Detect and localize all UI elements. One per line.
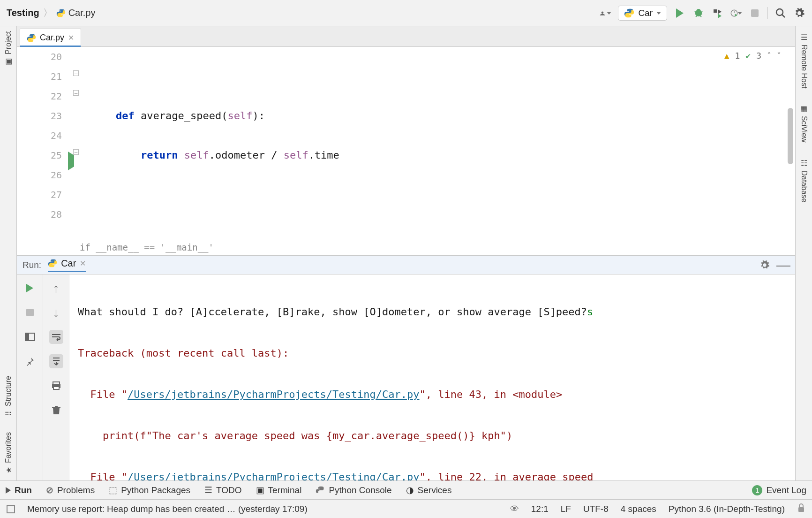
structure-tool-button[interactable]: ⠿ Structure: [4, 376, 13, 418]
editor-scrollbar[interactable]: [788, 108, 793, 164]
editor-tab-label: Car.py: [40, 33, 64, 43]
encoding[interactable]: UTF-8: [583, 504, 609, 514]
indent[interactable]: 4 spaces: [621, 504, 656, 514]
left-tool-rail: ▣ Project ⠿ Structure ★ Favorites: [0, 26, 17, 480]
chevron-down-icon: [656, 12, 661, 15]
run-tool-window: Run: Car ✕ —: [17, 255, 795, 480]
status-message[interactable]: Memory use report: Heap dump has been cr…: [27, 504, 498, 514]
run-tab-car[interactable]: Car ✕: [48, 258, 86, 272]
run-button[interactable]: [674, 7, 686, 19]
caret-position[interactable]: 12:1: [531, 504, 549, 514]
status-bar: Memory use report: Heap dump has been cr…: [0, 499, 812, 518]
remote-host-tool-button[interactable]: ☰ Remote Host: [799, 33, 808, 88]
editor-tab-car[interactable]: Car.py ✕: [20, 29, 81, 46]
down-button[interactable]: ↓: [49, 305, 63, 320]
coverage-run-button[interactable]: [711, 7, 723, 19]
svg-point-1: [61, 15, 62, 16]
python-icon: [48, 259, 57, 268]
fold-marker-icon[interactable]: –: [73, 149, 79, 155]
run-right-toolbar: ↑ ↓: [43, 274, 69, 480]
lock-icon[interactable]: [797, 503, 805, 515]
problems-icon: ⊘: [46, 485, 53, 495]
navbar-right: Car: [599, 6, 805, 21]
fold-column[interactable]: – – –: [73, 47, 80, 255]
python-icon: [316, 486, 325, 495]
line-ending[interactable]: LF: [561, 504, 571, 514]
tool-python-console[interactable]: Python Console: [316, 485, 391, 495]
tool-windows-icon[interactable]: [7, 505, 15, 513]
chevron-up-icon[interactable]: ˄: [767, 51, 771, 61]
python-file-icon: [56, 8, 66, 18]
favorites-tool-button[interactable]: ★ Favorites: [4, 432, 13, 475]
run-configuration-selector[interactable]: Car: [618, 6, 667, 21]
editor-inspection-status[interactable]: ▲1 ✔3 ˄ ˅: [724, 51, 781, 61]
layout-button[interactable]: [23, 330, 37, 344]
remote-host-icon: ☰: [799, 33, 808, 42]
database-icon: ☷: [799, 159, 808, 168]
traceback-link[interactable]: /Users/jetbrains/PycharmProjects/Testing…: [128, 471, 420, 480]
breadcrumb[interactable]: Testing 〉 Car.py: [7, 7, 95, 19]
terminal-icon: ▣: [256, 485, 264, 495]
print-button[interactable]: [49, 379, 63, 393]
search-everywhere-button[interactable]: [774, 7, 787, 19]
folder-icon: ▣: [4, 58, 13, 65]
hide-button[interactable]: —: [777, 259, 789, 271]
soft-wrap-button[interactable]: [49, 330, 63, 344]
breadcrumb-project[interactable]: Testing: [7, 8, 39, 18]
event-count-badge: 1: [752, 485, 762, 495]
run-left-toolbar: [17, 274, 43, 480]
close-icon[interactable]: ✕: [68, 33, 74, 42]
console-output[interactable]: What should I do? [A]ccelerate, [B]rake,…: [69, 274, 795, 480]
fold-marker-icon[interactable]: –: [73, 90, 79, 96]
user-icon[interactable]: [599, 7, 611, 19]
separator: [767, 7, 768, 19]
scroll-to-end-button[interactable]: [49, 354, 63, 368]
context-breadcrumb[interactable]: if __name__ == '__main__': [80, 240, 214, 255]
warning-icon: ▲: [724, 51, 729, 61]
run-settings-button[interactable]: [759, 259, 771, 271]
check-icon: ✔: [745, 51, 751, 61]
python-file-icon: [27, 33, 36, 43]
services-icon: ◑: [406, 485, 414, 495]
star-icon: ★: [4, 467, 13, 474]
tool-python-packages[interactable]: ⬚Python Packages: [109, 485, 190, 495]
code-area[interactable]: def average_speed(self): return self.odo…: [80, 47, 795, 255]
profile-run-button[interactable]: [730, 7, 742, 19]
rerun-button[interactable]: [23, 281, 37, 295]
svg-rect-5: [25, 333, 29, 341]
bottom-tool-bar: Run ⊘Problems ⬚Python Packages ☰TODO ▣Te…: [0, 480, 812, 499]
tool-run[interactable]: Run: [6, 485, 32, 495]
packages-icon: ⬚: [109, 485, 117, 495]
debug-button[interactable]: [692, 7, 705, 19]
tool-todo[interactable]: ☰TODO: [204, 485, 242, 495]
stop-button[interactable]: [749, 7, 761, 19]
tool-terminal[interactable]: ▣Terminal: [256, 485, 302, 495]
sciview-tool-button[interactable]: ▦ SciView: [799, 104, 808, 143]
tool-event-log[interactable]: 1Event Log: [752, 485, 806, 495]
svg-rect-9: [798, 507, 804, 512]
chevron-down-icon[interactable]: ˅: [777, 51, 781, 61]
run-config-label: Car: [638, 8, 653, 18]
run-label: Run:: [23, 260, 41, 270]
run-header: Run: Car ✕ —: [17, 256, 795, 274]
tool-services[interactable]: ◑Services: [406, 485, 452, 495]
interpreter[interactable]: Python 3.6 (In-Depth-Testing): [669, 504, 785, 514]
fold-marker-icon[interactable]: –: [73, 70, 79, 76]
project-tool-button[interactable]: ▣ Project: [4, 31, 13, 66]
right-tool-rail: ☰ Remote Host ▦ SciView ☷ Database: [795, 26, 812, 480]
delete-button[interactable]: [49, 403, 63, 417]
code-editor[interactable]: 20 21 22 23 24 25 26 27 28 – – – def ave…: [17, 47, 795, 255]
tool-problems[interactable]: ⊘Problems: [46, 485, 95, 495]
chevron-right-icon: 〉: [43, 7, 53, 19]
traceback-link[interactable]: /Users/jetbrains/PycharmProjects/Testing…: [128, 388, 420, 400]
pin-button[interactable]: [23, 354, 37, 368]
settings-button[interactable]: [793, 7, 805, 19]
breadcrumb-file[interactable]: Car.py: [56, 8, 96, 18]
sciview-icon: ▦: [799, 104, 808, 113]
svg-rect-6: [53, 382, 60, 384]
up-button[interactable]: ↑: [49, 281, 63, 295]
python-eye-icon[interactable]: 👁: [510, 504, 519, 514]
database-tool-button[interactable]: ☷ Database: [799, 159, 808, 203]
stop-button[interactable]: [23, 305, 37, 320]
close-icon[interactable]: ✕: [80, 259, 86, 268]
